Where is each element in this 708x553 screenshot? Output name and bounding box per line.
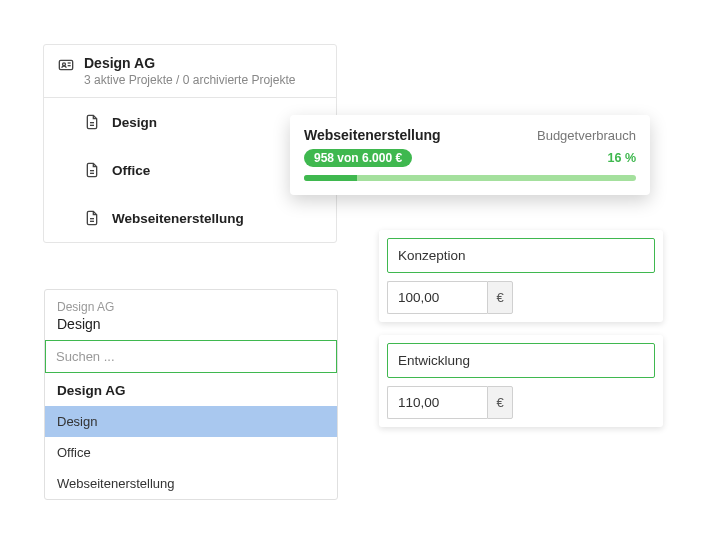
budget-title: Webseitenerstellung bbox=[304, 127, 441, 143]
dropdown-selected-project: Design bbox=[57, 316, 325, 332]
rate-name-input[interactable] bbox=[387, 343, 655, 378]
dropdown-item-design[interactable]: Design bbox=[45, 406, 337, 437]
dropdown-item-office[interactable]: Office bbox=[45, 437, 337, 468]
client-title: Design AG bbox=[84, 55, 295, 71]
project-label: Office bbox=[112, 163, 150, 178]
rate-value-input[interactable] bbox=[387, 281, 487, 314]
rate-name-input[interactable] bbox=[387, 238, 655, 273]
project-row-webseitenerstellung[interactable]: Webseitenerstellung bbox=[44, 194, 336, 242]
dropdown-group-title: Design AG bbox=[45, 373, 337, 406]
document-icon bbox=[84, 210, 100, 226]
rate-card-entwicklung: € bbox=[379, 335, 663, 427]
dropdown-item-webseitenerstellung[interactable]: Webseitenerstellung bbox=[45, 468, 337, 499]
project-label: Webseitenerstellung bbox=[112, 211, 244, 226]
budget-progress-fill bbox=[304, 175, 357, 181]
budget-percent: 16 % bbox=[608, 151, 637, 165]
project-dropdown: Design AG Design Design AG Design Office… bbox=[44, 289, 338, 500]
budget-amount-pill: 958 von 6.000 € bbox=[304, 149, 412, 167]
dropdown-company-label: Design AG bbox=[57, 300, 325, 314]
search-input[interactable] bbox=[45, 340, 337, 373]
project-label: Design bbox=[112, 115, 157, 130]
currency-unit: € bbox=[487, 281, 513, 314]
rate-value-input[interactable] bbox=[387, 386, 487, 419]
client-subtitle: 3 aktive Projekte / 0 archivierte Projek… bbox=[84, 73, 295, 87]
dropdown-header: Design AG Design bbox=[45, 290, 337, 340]
document-icon bbox=[84, 162, 100, 178]
budget-progress-bar bbox=[304, 175, 636, 181]
rate-card-konzeption: € bbox=[379, 230, 663, 322]
currency-unit: € bbox=[487, 386, 513, 419]
budget-usage-label: Budgetverbrauch bbox=[537, 128, 636, 143]
client-card-header: Design AG 3 aktive Projekte / 0 archivie… bbox=[44, 45, 336, 98]
id-card-icon bbox=[58, 57, 74, 73]
document-icon bbox=[84, 114, 100, 130]
budget-popover: Webseitenerstellung Budgetverbrauch 958 … bbox=[290, 115, 650, 195]
